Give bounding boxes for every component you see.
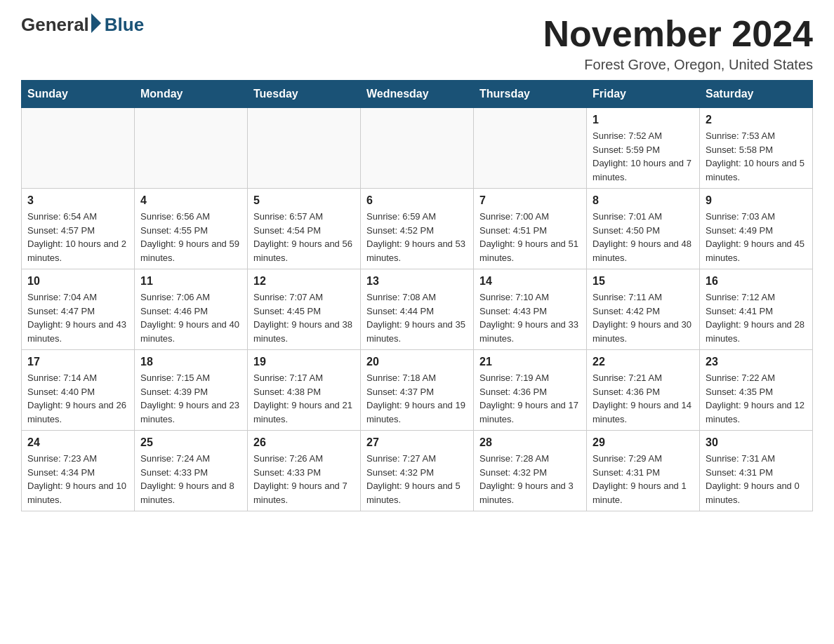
calendar-cell-w4-d4: 20Sunrise: 7:18 AMSunset: 4:37 PMDayligh… bbox=[361, 350, 474, 431]
day-info: Sunrise: 7:00 AMSunset: 4:51 PMDaylight:… bbox=[479, 210, 581, 264]
day-info: Sunrise: 7:24 AMSunset: 4:33 PMDaylight:… bbox=[140, 452, 241, 507]
day-number: 7 bbox=[479, 194, 581, 207]
header-saturday: Saturday bbox=[700, 81, 813, 108]
day-number: 3 bbox=[27, 194, 128, 207]
logo: General Blue bbox=[21, 14, 144, 36]
day-info: Sunrise: 7:08 AMSunset: 4:44 PMDaylight:… bbox=[366, 290, 468, 345]
day-number: 30 bbox=[706, 436, 807, 449]
day-info: Sunrise: 6:57 AMSunset: 4:54 PMDaylight:… bbox=[253, 210, 355, 264]
day-info: Sunrise: 7:14 AMSunset: 4:40 PMDaylight:… bbox=[27, 371, 128, 426]
day-number: 17 bbox=[27, 356, 128, 368]
day-number: 1 bbox=[593, 114, 694, 126]
calendar-cell-w3-d6: 15Sunrise: 7:11 AMSunset: 4:42 PMDayligh… bbox=[587, 269, 700, 350]
day-number: 8 bbox=[593, 194, 694, 207]
day-info: Sunrise: 7:06 AMSunset: 4:46 PMDaylight:… bbox=[140, 290, 241, 345]
calendar-cell-w5-d3: 26Sunrise: 7:26 AMSunset: 4:33 PMDayligh… bbox=[248, 431, 361, 511]
day-info: Sunrise: 7:10 AMSunset: 4:43 PMDaylight:… bbox=[479, 290, 581, 345]
day-info: Sunrise: 6:56 AMSunset: 4:55 PMDaylight:… bbox=[140, 210, 241, 264]
day-number: 28 bbox=[479, 436, 581, 449]
day-number: 19 bbox=[253, 356, 355, 368]
day-info: Sunrise: 6:59 AMSunset: 4:52 PMDaylight:… bbox=[366, 210, 468, 264]
week-row-2: 3Sunrise: 6:54 AMSunset: 4:57 PMDaylight… bbox=[22, 189, 813, 269]
day-info: Sunrise: 7:01 AMSunset: 4:50 PMDaylight:… bbox=[593, 210, 694, 264]
day-info: Sunrise: 7:26 AMSunset: 4:33 PMDaylight:… bbox=[253, 452, 355, 507]
calendar-cell-w5-d5: 28Sunrise: 7:28 AMSunset: 4:32 PMDayligh… bbox=[474, 431, 587, 511]
day-number: 10 bbox=[27, 275, 128, 288]
day-number: 22 bbox=[593, 356, 694, 368]
calendar-cell-w4-d5: 21Sunrise: 7:19 AMSunset: 4:36 PMDayligh… bbox=[474, 350, 587, 431]
logo-arrow-icon bbox=[91, 13, 101, 33]
day-info: Sunrise: 7:04 AMSunset: 4:47 PMDaylight:… bbox=[27, 290, 128, 345]
calendar-cell-w3-d2: 11Sunrise: 7:06 AMSunset: 4:46 PMDayligh… bbox=[135, 269, 248, 350]
calendar-cell-w1-d4 bbox=[361, 108, 474, 189]
calendar-cell-w3-d4: 13Sunrise: 7:08 AMSunset: 4:44 PMDayligh… bbox=[361, 269, 474, 350]
day-number: 27 bbox=[366, 436, 468, 449]
day-info: Sunrise: 7:31 AMSunset: 4:31 PMDaylight:… bbox=[706, 452, 807, 507]
header-sunday: Sunday bbox=[22, 81, 135, 108]
day-info: Sunrise: 7:11 AMSunset: 4:42 PMDaylight:… bbox=[593, 290, 694, 345]
logo-general-text: General bbox=[21, 14, 89, 36]
calendar-cell-w1-d3 bbox=[248, 108, 361, 189]
day-info: Sunrise: 7:18 AMSunset: 4:37 PMDaylight:… bbox=[366, 371, 468, 426]
day-info: Sunrise: 7:22 AMSunset: 4:35 PMDaylight:… bbox=[706, 371, 807, 426]
day-number: 24 bbox=[27, 436, 128, 449]
calendar-cell-w2-d2: 4Sunrise: 6:56 AMSunset: 4:55 PMDaylight… bbox=[135, 189, 248, 269]
day-info: Sunrise: 7:17 AMSunset: 4:38 PMDaylight:… bbox=[253, 371, 355, 426]
calendar-cell-w4-d7: 23Sunrise: 7:22 AMSunset: 4:35 PMDayligh… bbox=[700, 350, 813, 431]
week-row-4: 17Sunrise: 7:14 AMSunset: 4:40 PMDayligh… bbox=[22, 350, 813, 431]
calendar-cell-w2-d7: 9Sunrise: 7:03 AMSunset: 4:49 PMDaylight… bbox=[700, 189, 813, 269]
day-info: Sunrise: 6:54 AMSunset: 4:57 PMDaylight:… bbox=[27, 210, 128, 264]
calendar-cell-w4-d2: 18Sunrise: 7:15 AMSunset: 4:39 PMDayligh… bbox=[135, 350, 248, 431]
day-info: Sunrise: 7:27 AMSunset: 4:32 PMDaylight:… bbox=[366, 452, 468, 507]
calendar-cell-w3-d7: 16Sunrise: 7:12 AMSunset: 4:41 PMDayligh… bbox=[700, 269, 813, 350]
calendar-cell-w1-d5 bbox=[474, 108, 587, 189]
calendar-cell-w5-d4: 27Sunrise: 7:27 AMSunset: 4:32 PMDayligh… bbox=[361, 431, 474, 511]
week-row-1: 1Sunrise: 7:52 AMSunset: 5:59 PMDaylight… bbox=[22, 108, 813, 189]
calendar-cell-w2-d3: 5Sunrise: 6:57 AMSunset: 4:54 PMDaylight… bbox=[248, 189, 361, 269]
header-monday: Monday bbox=[135, 81, 248, 108]
day-number: 5 bbox=[253, 194, 355, 207]
week-row-5: 24Sunrise: 7:23 AMSunset: 4:34 PMDayligh… bbox=[22, 431, 813, 511]
day-number: 11 bbox=[140, 275, 241, 288]
calendar-cell-w4-d6: 22Sunrise: 7:21 AMSunset: 4:36 PMDayligh… bbox=[587, 350, 700, 431]
calendar-cell-w4-d1: 17Sunrise: 7:14 AMSunset: 4:40 PMDayligh… bbox=[22, 350, 135, 431]
calendar-cell-w2-d5: 7Sunrise: 7:00 AMSunset: 4:51 PMDaylight… bbox=[474, 189, 587, 269]
calendar-cell-w2-d4: 6Sunrise: 6:59 AMSunset: 4:52 PMDaylight… bbox=[361, 189, 474, 269]
day-info: Sunrise: 7:21 AMSunset: 4:36 PMDaylight:… bbox=[593, 371, 694, 426]
day-number: 2 bbox=[706, 114, 807, 126]
calendar-cell-w3-d1: 10Sunrise: 7:04 AMSunset: 4:47 PMDayligh… bbox=[22, 269, 135, 350]
header-row: SundayMondayTuesdayWednesdayThursdayFrid… bbox=[22, 81, 813, 108]
day-info: Sunrise: 7:28 AMSunset: 4:32 PMDaylight:… bbox=[479, 452, 581, 507]
day-number: 12 bbox=[253, 275, 355, 288]
calendar-cell-w5-d6: 29Sunrise: 7:29 AMSunset: 4:31 PMDayligh… bbox=[587, 431, 700, 511]
calendar-header: SundayMondayTuesdayWednesdayThursdayFrid… bbox=[22, 81, 813, 108]
calendar-cell-w4-d3: 19Sunrise: 7:17 AMSunset: 4:38 PMDayligh… bbox=[248, 350, 361, 431]
calendar-cell-w5-d7: 30Sunrise: 7:31 AMSunset: 4:31 PMDayligh… bbox=[700, 431, 813, 511]
calendar-cell-w1-d6: 1Sunrise: 7:52 AMSunset: 5:59 PMDaylight… bbox=[587, 108, 700, 189]
header-tuesday: Tuesday bbox=[248, 81, 361, 108]
day-info: Sunrise: 7:19 AMSunset: 4:36 PMDaylight:… bbox=[479, 371, 581, 426]
logo-blue-text: Blue bbox=[105, 14, 144, 36]
day-number: 29 bbox=[593, 436, 694, 449]
day-number: 13 bbox=[366, 275, 468, 288]
day-info: Sunrise: 7:23 AMSunset: 4:34 PMDaylight:… bbox=[27, 452, 128, 507]
day-info: Sunrise: 7:12 AMSunset: 4:41 PMDaylight:… bbox=[706, 290, 807, 345]
calendar-cell-w5-d1: 24Sunrise: 7:23 AMSunset: 4:34 PMDayligh… bbox=[22, 431, 135, 511]
calendar-cell-w1-d1 bbox=[22, 108, 135, 189]
calendar-cell-w2-d1: 3Sunrise: 6:54 AMSunset: 4:57 PMDaylight… bbox=[22, 189, 135, 269]
day-number: 26 bbox=[253, 436, 355, 449]
day-info: Sunrise: 7:03 AMSunset: 4:49 PMDaylight:… bbox=[706, 210, 807, 264]
calendar-table: SundayMondayTuesdayWednesdayThursdayFrid… bbox=[21, 80, 813, 511]
day-number: 20 bbox=[366, 356, 468, 368]
calendar-cell-w1-d2 bbox=[135, 108, 248, 189]
day-number: 15 bbox=[593, 275, 694, 288]
calendar-cell-w2-d6: 8Sunrise: 7:01 AMSunset: 4:50 PMDaylight… bbox=[587, 189, 700, 269]
day-number: 21 bbox=[479, 356, 581, 368]
week-row-3: 10Sunrise: 7:04 AMSunset: 4:47 PMDayligh… bbox=[22, 269, 813, 350]
calendar-cell-w5-d2: 25Sunrise: 7:24 AMSunset: 4:33 PMDayligh… bbox=[135, 431, 248, 511]
day-number: 4 bbox=[140, 194, 241, 207]
day-info: Sunrise: 7:29 AMSunset: 4:31 PMDaylight:… bbox=[593, 452, 694, 507]
location-text: Forest Grove, Oregon, United States bbox=[543, 57, 813, 73]
day-number: 9 bbox=[706, 194, 807, 207]
title-section: November 2024 Forest Grove, Oregon, Unit… bbox=[543, 14, 813, 73]
